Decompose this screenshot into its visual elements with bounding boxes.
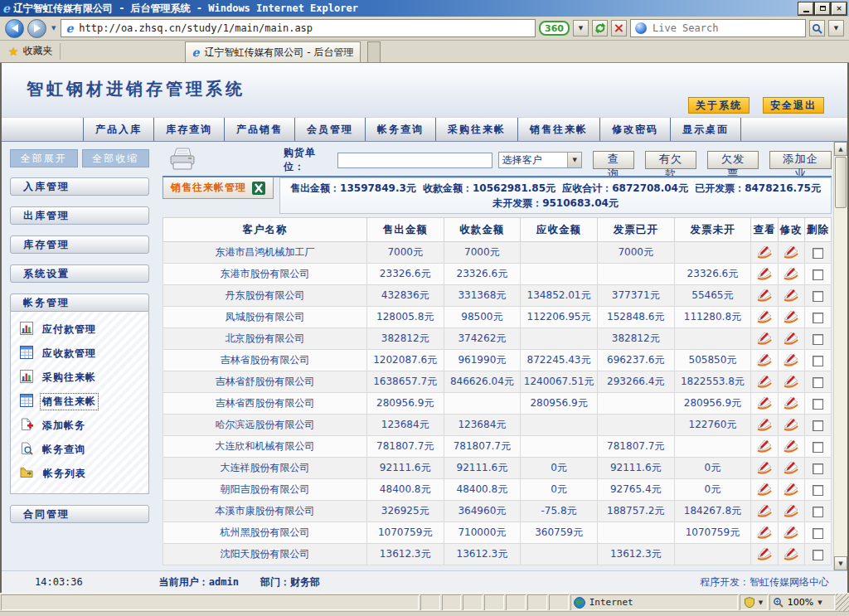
restore-button[interactable]: [815, 2, 830, 15]
delete-checkbox[interactable]: [813, 442, 823, 453]
nav-tab[interactable]: 产品入库: [83, 118, 154, 141]
sidebar-panel[interactable]: 出库管理: [10, 206, 149, 225]
search-go-button[interactable]: [809, 20, 825, 36]
delete-checkbox[interactable]: [813, 507, 823, 517]
edit-icon[interactable]: [782, 352, 800, 366]
search-options-dropdown[interactable]: ▼: [828, 20, 844, 36]
view-icon[interactable]: [755, 439, 774, 453]
excel-export-icon[interactable]: [252, 182, 265, 195]
forward-button[interactable]: [27, 19, 46, 38]
toolbar-button[interactable]: 查询: [593, 151, 633, 169]
edit-icon[interactable]: [782, 503, 800, 517]
badge-360[interactable]: 360: [539, 21, 570, 36]
sidebar-item[interactable]: 添加帐务: [20, 414, 148, 438]
nav-tab[interactable]: 显示桌面: [671, 118, 741, 141]
minimize-button[interactable]: [798, 2, 813, 15]
view-icon[interactable]: [755, 374, 774, 388]
edit-icon[interactable]: [782, 331, 800, 345]
stop-button[interactable]: ×: [611, 20, 627, 36]
delete-checkbox[interactable]: [813, 269, 823, 280]
delete-checkbox[interactable]: [813, 313, 823, 323]
view-icon[interactable]: [755, 288, 774, 302]
buyer-input[interactable]: [337, 153, 492, 168]
security-report-pane[interactable]: ▼: [740, 594, 768, 610]
sidebar-item[interactable]: 应收款管理: [20, 342, 148, 366]
nav-tab[interactable]: 修改密码: [600, 118, 671, 141]
about-system-button[interactable]: 关于系统: [688, 97, 750, 114]
resize-grip-icon[interactable]: [836, 594, 849, 611]
view-icon[interactable]: [755, 395, 774, 410]
view-icon[interactable]: [755, 352, 774, 366]
edit-icon[interactable]: [782, 374, 800, 388]
edit-icon[interactable]: [782, 439, 800, 453]
edit-icon[interactable]: [782, 245, 800, 259]
toolbar-button[interactable]: 添加企业: [769, 151, 832, 169]
new-tab-stub[interactable]: [367, 41, 381, 62]
close-button[interactable]: ×: [832, 2, 847, 15]
sidebar-item[interactable]: 帐务查询: [20, 438, 148, 462]
edit-icon[interactable]: [782, 417, 800, 431]
edit-icon[interactable]: [782, 309, 800, 323]
sidebar-panel-contract[interactable]: 合同管理: [10, 505, 149, 523]
customer-select[interactable]: 选择客户 ▼: [498, 152, 583, 168]
nav-tab[interactable]: 产品销售: [225, 118, 295, 141]
refresh-button[interactable]: [592, 20, 608, 36]
sidebar-item[interactable]: 应付款管理: [20, 318, 148, 342]
view-icon[interactable]: [755, 525, 774, 539]
safe-exit-button[interactable]: 安全退出: [763, 97, 824, 114]
edit-icon[interactable]: [782, 395, 800, 410]
edit-icon[interactable]: [782, 482, 800, 496]
view-icon[interactable]: [755, 460, 774, 474]
browser-tab[interactable]: e 辽宁智虹传媒有限公司 - 后台管理系统: [185, 41, 361, 62]
view-icon[interactable]: [755, 245, 774, 259]
scroll-up-button[interactable]: ▲: [834, 142, 847, 156]
sidebar-panel-accounting[interactable]: 帐务管理: [10, 293, 149, 312]
nav-tab[interactable]: 销售往来帐: [518, 118, 600, 141]
scrollbar-track[interactable]: [834, 209, 847, 556]
view-icon[interactable]: [755, 482, 774, 496]
nav-tab[interactable]: 库存查询: [154, 118, 225, 141]
view-icon[interactable]: [755, 503, 774, 517]
vertical-scrollbar[interactable]: ▲ ▼: [833, 142, 847, 570]
sales-accounts-tab[interactable]: 销售往来帐管理: [163, 177, 274, 199]
delete-checkbox[interactable]: [813, 399, 823, 410]
delete-checkbox[interactable]: [813, 485, 823, 496]
sidebar-item[interactable]: 销售往来帐: [20, 390, 148, 414]
edit-icon[interactable]: [782, 288, 800, 302]
edit-icon[interactable]: [782, 525, 800, 539]
view-icon[interactable]: [755, 309, 774, 323]
delete-checkbox[interactable]: [813, 420, 823, 431]
search-input[interactable]: [651, 22, 801, 35]
view-icon[interactable]: [755, 546, 774, 560]
delete-checkbox[interactable]: [813, 528, 823, 539]
favorites-button[interactable]: ★ 收藏夹: [5, 40, 60, 62]
history-dropdown-icon[interactable]: ▼: [50, 25, 57, 32]
delete-checkbox[interactable]: [813, 377, 823, 388]
address-input[interactable]: [77, 22, 531, 35]
delete-checkbox[interactable]: [813, 356, 823, 366]
delete-checkbox[interactable]: [813, 550, 823, 560]
expand-all-button[interactable]: 全部展开: [10, 149, 78, 167]
sidebar-item[interactable]: 采购往来帐: [20, 366, 148, 390]
view-icon[interactable]: [755, 266, 774, 280]
toolbar-button[interactable]: 欠发票: [707, 151, 759, 169]
edit-icon[interactable]: [782, 266, 800, 280]
sidebar-panel[interactable]: 入库管理: [10, 177, 149, 196]
zoom-pane[interactable]: 100% ▼: [769, 594, 835, 610]
printer-icon[interactable]: [167, 147, 197, 174]
nav-tab[interactable]: 帐务查询: [366, 118, 436, 141]
delete-checkbox[interactable]: [813, 248, 823, 259]
sidebar-panel[interactable]: 系统设置: [10, 264, 149, 283]
edit-icon[interactable]: [782, 546, 800, 560]
collapse-all-button[interactable]: 全部收缩: [82, 149, 150, 167]
delete-checkbox[interactable]: [813, 463, 823, 474]
toolbar-button[interactable]: 有欠款: [645, 151, 696, 169]
back-button[interactable]: [5, 19, 24, 38]
scroll-down-button[interactable]: ▼: [834, 556, 847, 570]
edit-icon[interactable]: [782, 460, 800, 474]
sidebar-panel[interactable]: 库存管理: [10, 235, 149, 254]
nav-tab[interactable]: 采购往来帐: [436, 118, 518, 141]
view-icon[interactable]: [755, 417, 774, 431]
view-icon[interactable]: [755, 331, 774, 345]
scrollbar-thumb[interactable]: [835, 157, 847, 208]
